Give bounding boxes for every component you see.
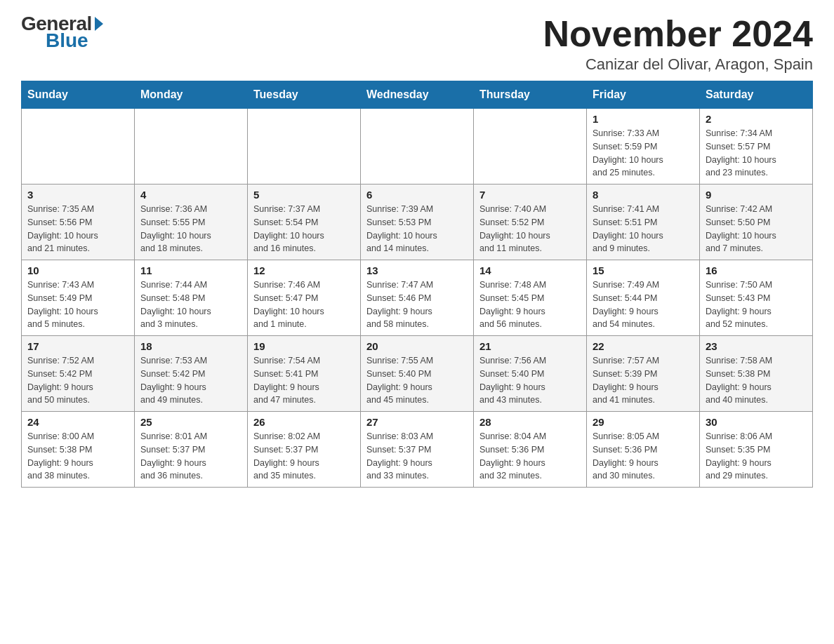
day-info: Sunrise: 7:54 AMSunset: 5:41 PMDaylight:… (253, 354, 355, 407)
header-sunday: Sunday (22, 81, 135, 109)
calendar-day-cell: 12Sunrise: 7:46 AMSunset: 5:47 PMDayligh… (248, 260, 361, 336)
day-number: 5 (253, 189, 355, 201)
calendar-day-cell: 20Sunrise: 7:55 AMSunset: 5:40 PMDayligh… (361, 336, 474, 412)
calendar-day-cell (248, 109, 361, 185)
day-number: 3 (27, 189, 128, 201)
day-info: Sunrise: 7:50 AMSunset: 5:43 PMDaylight:… (706, 279, 807, 331)
calendar-day-cell: 15Sunrise: 7:49 AMSunset: 5:44 PMDayligh… (587, 260, 700, 336)
calendar-day-cell: 7Sunrise: 7:40 AMSunset: 5:52 PMDaylight… (474, 185, 587, 260)
day-number: 27 (366, 416, 468, 428)
day-number: 11 (140, 264, 241, 276)
calendar-day-cell: 26Sunrise: 8:02 AMSunset: 5:37 PMDayligh… (248, 412, 361, 488)
location-text: Canizar del Olivar, Aragon, Spain (543, 55, 813, 74)
day-number: 24 (27, 416, 128, 428)
day-number: 15 (593, 264, 694, 276)
calendar-week-row: 1Sunrise: 7:33 AMSunset: 5:59 PMDaylight… (22, 109, 813, 185)
logo-triangle-icon (95, 17, 103, 31)
calendar-header-row: Sunday Monday Tuesday Wednesday Thursday… (22, 81, 813, 109)
day-info: Sunrise: 8:04 AMSunset: 5:36 PMDaylight:… (479, 430, 581, 483)
day-info: Sunrise: 8:01 AMSunset: 5:37 PMDaylight:… (140, 430, 241, 483)
day-number: 13 (366, 264, 468, 276)
calendar-day-cell: 1Sunrise: 7:33 AMSunset: 5:59 PMDaylight… (587, 109, 700, 185)
calendar-day-cell: 10Sunrise: 7:43 AMSunset: 5:49 PMDayligh… (22, 260, 135, 336)
day-info: Sunrise: 7:46 AMSunset: 5:47 PMDaylight:… (253, 279, 355, 331)
calendar-day-cell: 4Sunrise: 7:36 AMSunset: 5:55 PMDaylight… (135, 185, 248, 260)
day-number: 12 (253, 264, 355, 276)
day-info: Sunrise: 7:39 AMSunset: 5:53 PMDaylight:… (366, 203, 468, 255)
calendar-day-cell (361, 109, 474, 185)
calendar-day-cell: 22Sunrise: 7:57 AMSunset: 5:39 PMDayligh… (587, 336, 700, 412)
calendar-day-cell: 17Sunrise: 7:52 AMSunset: 5:42 PMDayligh… (22, 336, 135, 412)
calendar-day-cell: 11Sunrise: 7:44 AMSunset: 5:48 PMDayligh… (135, 260, 248, 336)
title-section: November 2024 Canizar del Olivar, Aragon… (543, 14, 813, 74)
calendar-day-cell: 8Sunrise: 7:41 AMSunset: 5:51 PMDaylight… (587, 185, 700, 260)
day-info: Sunrise: 7:55 AMSunset: 5:40 PMDaylight:… (366, 354, 468, 407)
day-number: 22 (593, 340, 694, 352)
day-number: 8 (593, 189, 694, 201)
day-info: Sunrise: 7:33 AMSunset: 5:59 PMDaylight:… (593, 127, 694, 180)
calendar-day-cell: 27Sunrise: 8:03 AMSunset: 5:37 PMDayligh… (361, 412, 474, 488)
logo-blue-text: Blue (46, 31, 88, 51)
day-number: 14 (479, 264, 581, 276)
day-number: 16 (706, 264, 807, 276)
day-info: Sunrise: 7:41 AMSunset: 5:51 PMDaylight:… (593, 203, 694, 255)
day-info: Sunrise: 7:57 AMSunset: 5:39 PMDaylight:… (593, 354, 694, 407)
day-info: Sunrise: 7:58 AMSunset: 5:38 PMDaylight:… (706, 354, 807, 407)
day-number: 28 (479, 416, 581, 428)
calendar-day-cell: 14Sunrise: 7:48 AMSunset: 5:45 PMDayligh… (474, 260, 587, 336)
calendar-week-row: 3Sunrise: 7:35 AMSunset: 5:56 PMDaylight… (22, 185, 813, 260)
calendar-day-cell (135, 109, 248, 185)
day-info: Sunrise: 7:56 AMSunset: 5:40 PMDaylight:… (479, 354, 581, 407)
day-info: Sunrise: 8:06 AMSunset: 5:35 PMDaylight:… (706, 430, 807, 483)
calendar-week-row: 10Sunrise: 7:43 AMSunset: 5:49 PMDayligh… (22, 260, 813, 336)
logo: General Blue (21, 14, 103, 51)
header-wednesday: Wednesday (361, 81, 474, 109)
day-info: Sunrise: 7:35 AMSunset: 5:56 PMDaylight:… (27, 203, 128, 255)
day-number: 7 (479, 189, 581, 201)
header-saturday: Saturday (700, 81, 813, 109)
calendar-day-cell: 5Sunrise: 7:37 AMSunset: 5:54 PMDaylight… (248, 185, 361, 260)
header-thursday: Thursday (474, 81, 587, 109)
calendar-day-cell: 13Sunrise: 7:47 AMSunset: 5:46 PMDayligh… (361, 260, 474, 336)
calendar-day-cell: 9Sunrise: 7:42 AMSunset: 5:50 PMDaylight… (700, 185, 813, 260)
day-info: Sunrise: 7:43 AMSunset: 5:49 PMDaylight:… (27, 279, 128, 331)
calendar-day-cell: 28Sunrise: 8:04 AMSunset: 5:36 PMDayligh… (474, 412, 587, 488)
calendar-day-cell: 3Sunrise: 7:35 AMSunset: 5:56 PMDaylight… (22, 185, 135, 260)
calendar-day-cell (22, 109, 135, 185)
calendar-day-cell: 29Sunrise: 8:05 AMSunset: 5:36 PMDayligh… (587, 412, 700, 488)
day-number: 30 (706, 416, 807, 428)
day-info: Sunrise: 7:37 AMSunset: 5:54 PMDaylight:… (253, 203, 355, 255)
calendar-day-cell (474, 109, 587, 185)
day-info: Sunrise: 8:05 AMSunset: 5:36 PMDaylight:… (593, 430, 694, 483)
day-number: 9 (706, 189, 807, 201)
calendar-day-cell: 19Sunrise: 7:54 AMSunset: 5:41 PMDayligh… (248, 336, 361, 412)
day-number: 23 (706, 340, 807, 352)
calendar-day-cell: 16Sunrise: 7:50 AMSunset: 5:43 PMDayligh… (700, 260, 813, 336)
day-number: 18 (140, 340, 241, 352)
day-number: 26 (253, 416, 355, 428)
day-info: Sunrise: 7:47 AMSunset: 5:46 PMDaylight:… (366, 279, 468, 331)
calendar-day-cell: 6Sunrise: 7:39 AMSunset: 5:53 PMDaylight… (361, 185, 474, 260)
day-info: Sunrise: 7:49 AMSunset: 5:44 PMDaylight:… (593, 279, 694, 331)
month-title: November 2024 (543, 14, 813, 54)
day-info: Sunrise: 7:42 AMSunset: 5:50 PMDaylight:… (706, 203, 807, 255)
day-info: Sunrise: 7:44 AMSunset: 5:48 PMDaylight:… (140, 279, 241, 331)
calendar-day-cell: 23Sunrise: 7:58 AMSunset: 5:38 PMDayligh… (700, 336, 813, 412)
day-number: 4 (140, 189, 241, 201)
calendar-day-cell: 2Sunrise: 7:34 AMSunset: 5:57 PMDaylight… (700, 109, 813, 185)
day-info: Sunrise: 7:36 AMSunset: 5:55 PMDaylight:… (140, 203, 241, 255)
day-number: 6 (366, 189, 468, 201)
calendar-table: Sunday Monday Tuesday Wednesday Thursday… (21, 81, 813, 488)
calendar-day-cell: 30Sunrise: 8:06 AMSunset: 5:35 PMDayligh… (700, 412, 813, 488)
day-number: 1 (593, 113, 694, 125)
day-info: Sunrise: 8:00 AMSunset: 5:38 PMDaylight:… (27, 430, 128, 483)
day-number: 10 (27, 264, 128, 276)
calendar-day-cell: 21Sunrise: 7:56 AMSunset: 5:40 PMDayligh… (474, 336, 587, 412)
day-info: Sunrise: 8:02 AMSunset: 5:37 PMDaylight:… (253, 430, 355, 483)
day-info: Sunrise: 7:48 AMSunset: 5:45 PMDaylight:… (479, 279, 581, 331)
calendar-week-row: 24Sunrise: 8:00 AMSunset: 5:38 PMDayligh… (22, 412, 813, 488)
day-number: 19 (253, 340, 355, 352)
day-info: Sunrise: 7:34 AMSunset: 5:57 PMDaylight:… (706, 127, 807, 180)
page-header: General Blue November 2024 Canizar del O… (21, 14, 813, 74)
day-info: Sunrise: 7:52 AMSunset: 5:42 PMDaylight:… (27, 354, 128, 407)
